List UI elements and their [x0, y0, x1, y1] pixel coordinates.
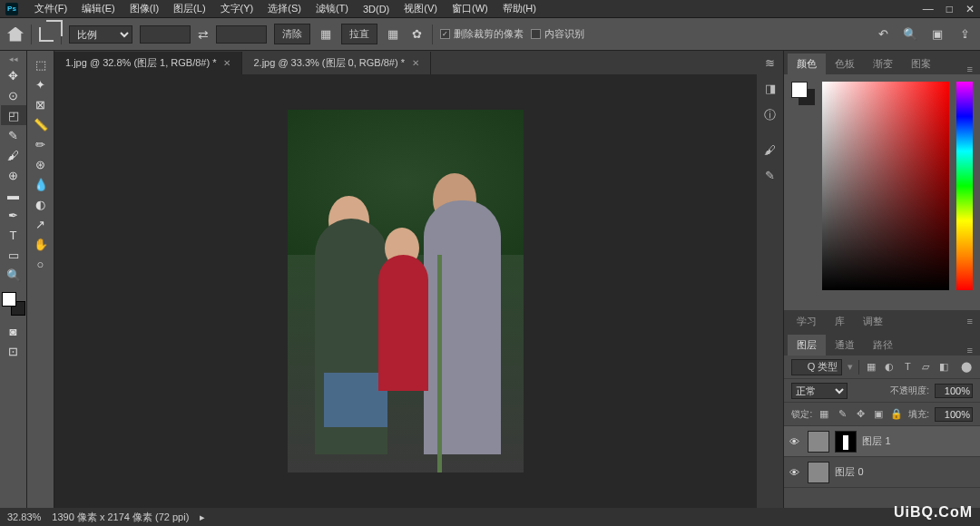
crop-width-input[interactable]	[140, 25, 191, 44]
layer-filter-input[interactable]	[791, 359, 842, 375]
menu-file[interactable]: 文件(F)	[27, 0, 74, 17]
fill-input[interactable]	[935, 407, 973, 422]
dodge-tool[interactable]: ◐	[28, 194, 54, 214]
filter-type-icon[interactable]: T	[901, 361, 914, 374]
status-chevron-icon[interactable]: ▸	[200, 511, 205, 523]
layer-thumbnail[interactable]	[808, 431, 829, 453]
lasso-tool[interactable]: ⊙	[1, 85, 26, 105]
properties-icon[interactable]: ◨	[762, 82, 779, 98]
healing-tool[interactable]: ⊕	[1, 165, 26, 185]
layer-row[interactable]: 👁 图层 0	[784, 457, 980, 488]
pencil-tool[interactable]: ✏	[28, 134, 54, 154]
layer-name[interactable]: 图层 1	[862, 434, 890, 448]
menu-view[interactable]: 视图(V)	[397, 0, 445, 17]
info-icon[interactable]: ⓘ	[762, 107, 779, 123]
delete-cropped-checkbox[interactable]: ✓删除裁剪的像素	[440, 27, 524, 41]
crop-tool-icon[interactable]	[39, 27, 54, 42]
libraries-tab[interactable]: 库	[826, 312, 854, 331]
panel-menu-icon[interactable]: ≡	[964, 345, 976, 356]
menu-edit[interactable]: 编辑(E)	[74, 0, 122, 17]
filter-toggle-icon[interactable]: ⬤	[960, 361, 973, 374]
menu-window[interactable]: 窗口(W)	[445, 0, 495, 17]
gradients-tab[interactable]: 渐变	[864, 54, 902, 74]
search-icon[interactable]: 🔍	[902, 26, 918, 43]
eyedropper-tool[interactable]: ✎	[1, 125, 26, 145]
move-tool[interactable]: ✥	[1, 65, 26, 85]
learn-tab[interactable]: 学习	[788, 312, 826, 331]
stamp-tool[interactable]: ⊛	[28, 154, 54, 174]
menu-image[interactable]: 图像(I)	[122, 0, 166, 17]
visibility-eye-icon[interactable]: 👁	[789, 436, 802, 447]
color-swatch[interactable]	[2, 292, 25, 316]
home-icon[interactable]	[7, 27, 24, 42]
visibility-eye-icon[interactable]: 👁	[789, 467, 802, 478]
lock-position-icon[interactable]: ✥	[854, 408, 867, 421]
blend-mode-select[interactable]: 正常	[791, 383, 848, 399]
pen-tool[interactable]: ✒	[1, 205, 26, 225]
swatches-tab[interactable]: 色板	[826, 54, 864, 74]
clear-button[interactable]: 清除	[274, 24, 310, 44]
menu-3d[interactable]: 3D(D)	[356, 2, 397, 16]
opacity-input[interactable]	[935, 384, 973, 398]
panel-menu-icon[interactable]: ≡	[964, 316, 976, 326]
reset-icon[interactable]: ↶	[875, 26, 891, 43]
channels-tab[interactable]: 通道	[826, 335, 864, 356]
share-icon[interactable]: ⇪	[956, 26, 973, 43]
history-icon[interactable]: ≋	[762, 56, 779, 73]
color-tab[interactable]: 颜色	[788, 54, 826, 74]
brush-settings-icon[interactable]: 🖌	[762, 143, 779, 160]
maximize-button[interactable]: □	[946, 3, 953, 15]
brush-tool[interactable]: 🖌	[1, 145, 26, 165]
menu-select[interactable]: 选择(S)	[260, 0, 309, 17]
paths-tab[interactable]: 路径	[864, 335, 902, 356]
collapse-toggle[interactable]: ◂◂	[9, 54, 18, 63]
document-tab-1[interactable]: 1.jpg @ 32.8% (图层 1, RGB/8#) *✕	[54, 52, 242, 74]
filter-shape-icon[interactable]: ▱	[919, 361, 932, 374]
swap-dimensions-icon[interactable]: ⇄	[198, 27, 209, 42]
filter-pixel-icon[interactable]: ▦	[865, 361, 877, 374]
straighten-button[interactable]: 拉直	[341, 24, 377, 44]
type-tool[interactable]: T	[1, 225, 26, 245]
filter-smart-icon[interactable]: ◧	[937, 361, 950, 374]
document-tab-2[interactable]: 2.jpg @ 33.3% (图层 0, RGB/8#) *✕	[242, 52, 430, 74]
gradient-tool[interactable]: ▬	[1, 185, 26, 205]
color-foreground-swatch[interactable]	[791, 82, 815, 105]
wand-tool[interactable]: ✦	[28, 74, 54, 94]
hue-slider[interactable]	[956, 82, 973, 290]
canvas[interactable]	[54, 74, 757, 508]
hand-tool[interactable]: ✋	[28, 234, 54, 254]
ruler-tool[interactable]: 📏	[28, 114, 54, 134]
settings-gear-icon[interactable]: ✿	[408, 26, 425, 43]
screenmode-tool[interactable]: ⊡	[1, 341, 26, 361]
straighten-icon[interactable]: ▦	[318, 26, 334, 43]
marquee-tool[interactable]: ⬚	[28, 54, 54, 74]
zoom-level[interactable]: 32.83%	[7, 511, 41, 522]
layer-row[interactable]: 👁 图层 1	[784, 426, 980, 457]
panel-menu-icon[interactable]: ≡	[964, 63, 976, 74]
lock-all-icon[interactable]: 🔒	[890, 408, 903, 421]
zoom-tool[interactable]: 🔍	[1, 265, 26, 285]
layer-thumbnail[interactable]	[808, 462, 829, 483]
filter-adjust-icon[interactable]: ◐	[883, 361, 896, 374]
brushes-icon[interactable]: ✎	[762, 169, 779, 185]
color-field[interactable]	[822, 82, 949, 290]
workspace-icon[interactable]: ▣	[929, 26, 946, 43]
patterns-tab[interactable]: 图案	[902, 54, 940, 74]
ellipse-tool[interactable]: ○	[28, 254, 54, 274]
tab-close-icon[interactable]: ✕	[412, 58, 419, 68]
overlay-grid-icon[interactable]: ▦	[385, 26, 401, 43]
adjustments-tab[interactable]: 调整	[854, 312, 892, 331]
crop-preset-select[interactable]: 比例	[69, 25, 132, 44]
menu-type[interactable]: 文字(Y)	[213, 0, 261, 17]
tab-close-icon[interactable]: ✕	[223, 58, 230, 68]
crop-height-input[interactable]	[216, 25, 267, 44]
layers-tab[interactable]: 图层	[788, 335, 826, 356]
menu-filter[interactable]: 滤镜(T)	[309, 0, 356, 17]
lock-artboard-icon[interactable]: ▣	[872, 408, 885, 421]
layer-name[interactable]: 图层 0	[835, 465, 863, 479]
blur-tool[interactable]: 💧	[28, 174, 54, 194]
lock-pixel-icon[interactable]: ✎	[836, 408, 848, 421]
content-aware-checkbox[interactable]: 内容识别	[531, 27, 584, 41]
layer-mask-thumbnail[interactable]	[835, 431, 857, 453]
quickmask-tool[interactable]: ◙	[1, 321, 26, 341]
